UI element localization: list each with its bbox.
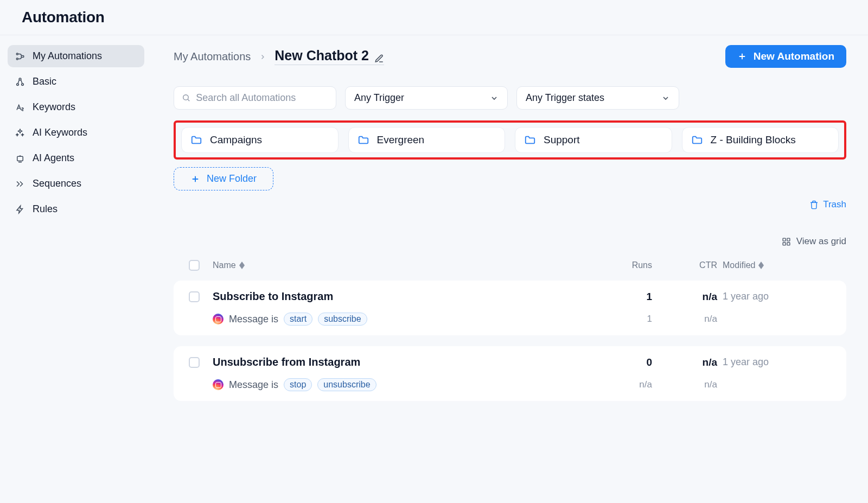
svg-rect-6 [17,156,23,161]
trash-icon [809,200,819,209]
breadcrumb: My Automations New Chatbot 2 [174,48,384,65]
card-title: Subscribe to Instagram [213,290,598,303]
search-input[interactable] [196,92,328,104]
folder-icon [524,134,536,146]
new-folder-label: New Folder [207,173,257,184]
column-ctr[interactable]: CTR [658,260,723,270]
card-row-main: Unsubscribe from Instagram 0 n/a 1 year … [189,356,831,368]
folder-grid-highlighted: Campaigns Evergreen Support Z - Building… [174,120,846,160]
layout: My Automations Basic Keywords AI Keyword… [0,35,868,503]
breadcrumb-parent[interactable]: My Automations [174,50,251,63]
automation-card[interactable]: Subscribe to Instagram 1 n/a 1 year ago … [174,281,846,335]
view-row: View as grid [174,236,846,247]
trash-label: Trash [823,199,846,210]
sidebar-item-ai-keywords[interactable]: AI Keywords [8,122,144,144]
svg-rect-9 [787,238,790,241]
table-header: Name Runs CTR Modified [174,254,846,281]
trash-link[interactable]: Trash [809,199,846,210]
sidebar-item-my-automations[interactable]: My Automations [8,45,144,67]
instagram-icon [213,379,224,390]
filter-row: Any Trigger Any Trigger states [174,86,846,110]
card-runs: 0 [598,356,658,368]
automation-card[interactable]: Unsubscribe from Instagram 0 n/a 1 year … [174,346,846,401]
card-runs: 1 [598,291,658,303]
keyword-pill: start [284,313,312,326]
folder-campaigns[interactable]: Campaigns [181,127,339,153]
svg-point-3 [17,83,19,85]
trigger-line: Message is stop unsubscribe [213,378,598,391]
column-modified-label: Modified [723,260,755,270]
svg-rect-11 [787,242,790,245]
new-folder-button[interactable]: New Folder [174,167,273,190]
sidebar-item-label: AI Keywords [33,127,87,138]
page-header: Automation [0,0,868,35]
sidebar-item-label: Basic [33,76,56,87]
breadcrumb-current: New Chatbot 2 [275,48,384,65]
svg-rect-2 [21,55,24,57]
column-name-label: Name [213,260,236,270]
view-as-grid-label: View as grid [796,236,846,247]
sidebar: My Automations Basic Keywords AI Keyword… [0,35,152,503]
grid-icon [782,237,791,246]
sidebar-item-label: AI Agents [33,152,74,164]
folder-support[interactable]: Support [515,127,672,153]
card-ctr: n/a [658,356,723,368]
svg-rect-8 [783,238,786,241]
folder-icon [358,134,369,146]
row-checkbox[interactable] [189,357,200,368]
folder-evergreen[interactable]: Evergreen [348,127,506,153]
column-modified[interactable]: Modified [723,260,831,270]
trigger-filter[interactable]: Any Trigger [345,86,508,110]
trigger-state-filter[interactable]: Any Trigger states [516,86,679,110]
card-row-sub: Message is stop unsubscribe n/a n/a [189,378,831,391]
trigger-state-filter-label: Any Trigger states [526,92,604,104]
sidebar-item-basic[interactable]: Basic [8,71,144,93]
card-title: Unsubscribe from Instagram [213,356,598,368]
sub-ctr: n/a [658,379,723,390]
column-name[interactable]: Name [213,260,598,270]
folder-building-blocks[interactable]: Z - Building Blocks [682,127,839,153]
trigger-line: Message is start subscribe [213,313,598,326]
basic-icon [15,77,25,87]
sidebar-item-ai-agents[interactable]: AI Agents [8,147,144,169]
instagram-icon [213,314,224,324]
card-row-main: Subscribe to Instagram 1 n/a 1 year ago [189,290,831,303]
keywords-icon [15,103,25,112]
new-automation-label: New Automation [754,50,834,62]
svg-rect-10 [783,242,786,245]
view-as-grid[interactable]: View as grid [782,236,846,247]
search-icon [182,93,190,103]
plus-icon [737,52,747,61]
sort-icon [239,262,245,269]
ai-keywords-icon [15,128,25,138]
trash-row: Trash [174,199,846,210]
folder-icon [190,134,202,146]
sidebar-item-keywords[interactable]: Keywords [8,96,144,118]
card-ctr: n/a [658,291,723,303]
chevron-down-icon [661,94,670,103]
rules-icon [15,205,25,214]
message-prefix: Message is [229,379,278,391]
breadcrumb-current-label: New Chatbot 2 [275,48,369,63]
sidebar-item-label: Keywords [33,101,75,113]
card-modified: 1 year ago [723,356,831,368]
chevron-right-icon [259,50,266,63]
sidebar-item-rules[interactable]: Rules [8,198,144,220]
folder-label: Support [544,134,580,146]
page-title: Automation [22,9,105,26]
sidebar-item-label: My Automations [33,50,102,62]
sub-runs: n/a [598,379,658,390]
svg-point-0 [16,53,18,55]
keyword-pill: subscribe [318,313,367,326]
pencil-icon[interactable] [374,51,384,61]
select-all-checkbox[interactable] [189,260,200,271]
new-automation-button[interactable]: New Automation [725,45,846,68]
message-prefix: Message is [229,314,278,325]
sidebar-item-sequences[interactable]: Sequences [8,173,144,195]
flow-icon [15,52,25,61]
row-checkbox[interactable] [189,291,200,302]
search-box[interactable] [174,86,336,110]
column-runs[interactable]: Runs [598,260,658,270]
sidebar-item-label: Rules [33,203,58,215]
chevron-down-icon [490,94,499,103]
